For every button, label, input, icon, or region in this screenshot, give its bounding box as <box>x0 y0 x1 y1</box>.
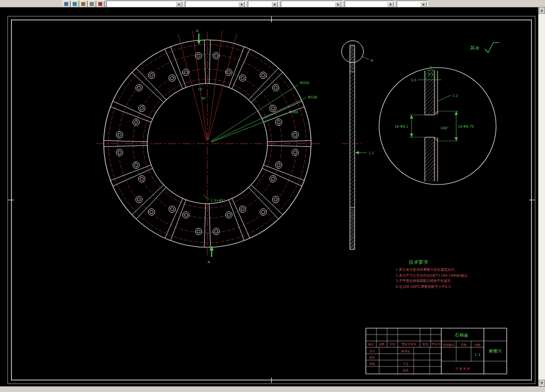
scroll-up-icon[interactable]: ▲ <box>539 7 545 14</box>
diameter-label: Φ280 <box>289 110 298 114</box>
toolbar-icon <box>98 2 102 6</box>
tb-label-mark: 标记 <box>368 343 375 346</box>
status-strip <box>0 386 545 392</box>
plate-thickness-dim: 5.5 <box>411 78 416 82</box>
countersink-angle-dim: 100° <box>440 126 449 130</box>
tb-label-stage: 阶段标记 <box>443 343 455 347</box>
diameter-label: Φ350 <box>300 81 309 85</box>
angle-label: 30° <box>201 96 207 100</box>
angle-label: 15° <box>198 87 204 91</box>
toolbar: ▾ ▾ ▾ ▾ ▾ ▾ <box>0 0 545 7</box>
toolbar-icon <box>90 2 94 6</box>
toolbar-combobox-4[interactable]: ▾ <box>281 1 342 7</box>
tb-label-count: 处数 <box>379 343 385 346</box>
tb-label-sign: 签名 <box>423 343 429 346</box>
tb-label-audit: 审核 <box>370 362 376 365</box>
chevron-down-icon[interactable]: ▾ <box>271 2 278 7</box>
chamfer-label: 1.5×45° <box>211 198 225 203</box>
chevron-down-icon[interactable]: ▾ <box>387 2 394 7</box>
toolbar-combobox-2[interactable]: ▾ <box>185 1 246 7</box>
tech-req-line: 1.其它未注要求按摩擦片制造规范执行。 <box>396 268 458 272</box>
tb-label-mass: 质量 <box>461 343 467 346</box>
drawing-frame <box>8 16 535 384</box>
tech-req-line: 4.在100-240℃摩擦系数不小于0.3。 <box>396 285 454 289</box>
toolbar-combobox-5[interactable]: ▾ <box>345 1 395 7</box>
tb-scale-value: 1:1 <box>474 353 480 357</box>
chevron-down-icon[interactable]: ▾ <box>175 2 182 7</box>
tb-label-check: 校对 <box>369 356 376 359</box>
countersink-dim: 16-Φ8.75 <box>458 124 474 129</box>
toolbar-icon <box>73 2 77 6</box>
toolbar-combobox-6[interactable]: ▾ <box>397 1 428 7</box>
toolbar-button-2[interactable] <box>71 1 79 7</box>
chevron-down-icon[interactable]: ▾ <box>238 2 245 7</box>
tb-label-scale: 比例 <box>475 343 481 347</box>
tech-req-line: 3.不平度在铆接装配后检验不得超差。 <box>396 279 454 283</box>
diameter-label: Φ336 <box>308 95 317 99</box>
tb-label-date: 年月日 <box>432 343 441 346</box>
title-block <box>366 328 507 374</box>
tb-part-name: 摩擦片 <box>489 348 502 354</box>
front-view <box>96 31 320 257</box>
tb-sheet-note: 共 张 第 张 <box>455 367 470 371</box>
detail-title-letter: A <box>430 65 432 70</box>
tb-label-process: 工艺 <box>403 362 409 365</box>
toolbar-button-5[interactable] <box>97 1 105 7</box>
toolbar-icon <box>81 2 85 6</box>
roughness-check-icon <box>485 43 499 53</box>
cad-window: ▾ ▾ ▾ ▾ ▾ ▾ 其余 <box>0 0 545 392</box>
toolbar-button-3[interactable] <box>80 1 88 7</box>
surface-note-label: 其余 <box>470 45 480 51</box>
detail-scale: 2:1 <box>428 72 433 77</box>
side-section-view <box>342 41 370 250</box>
toolbar-combobox-1[interactable]: ▾ <box>106 1 183 7</box>
tb-label-standard: 标准化 <box>401 349 410 353</box>
tb-label-zone: 分区 <box>390 343 396 346</box>
section-letter-top: A <box>196 29 199 33</box>
facing-thickness-dim: 1.2 <box>452 94 458 98</box>
section-letter-bottom: A <box>208 260 211 264</box>
hole-dim: 16-Φ8.1 <box>395 124 408 129</box>
chevron-down-icon[interactable]: ▾ <box>420 2 427 7</box>
toolbar-button-1[interactable] <box>63 1 71 7</box>
surface-finish-note: 其余 <box>470 43 499 53</box>
tech-req-title: 技术要求 <box>408 260 428 265</box>
detail-callout-letter: A <box>371 59 373 63</box>
tb-label-design: 设计 <box>370 349 376 353</box>
cad-drawing[interactable]: 其余 Φ350 Φ336 Φ280 15° 30° 1.5×45° A A A … <box>0 0 545 392</box>
thickness-label: 1.2 <box>368 151 374 155</box>
toolbar-combobox-3[interactable]: ▾ <box>248 1 279 7</box>
toolbar-icon <box>64 2 68 6</box>
tb-material: 石棉基 <box>455 332 468 338</box>
tb-label-change-doc: 更改文件号 <box>401 343 416 346</box>
vertical-scrollbar[interactable]: ▲ ▼ <box>538 7 545 387</box>
chevron-down-icon[interactable]: ▾ <box>334 2 341 7</box>
tb-label-approve: 批准 <box>403 369 409 372</box>
toolbar-button-4[interactable] <box>88 1 96 7</box>
tech-req-line: 2.未注尺寸公差应符合GB/T1184-1996的规定。 <box>396 273 471 278</box>
